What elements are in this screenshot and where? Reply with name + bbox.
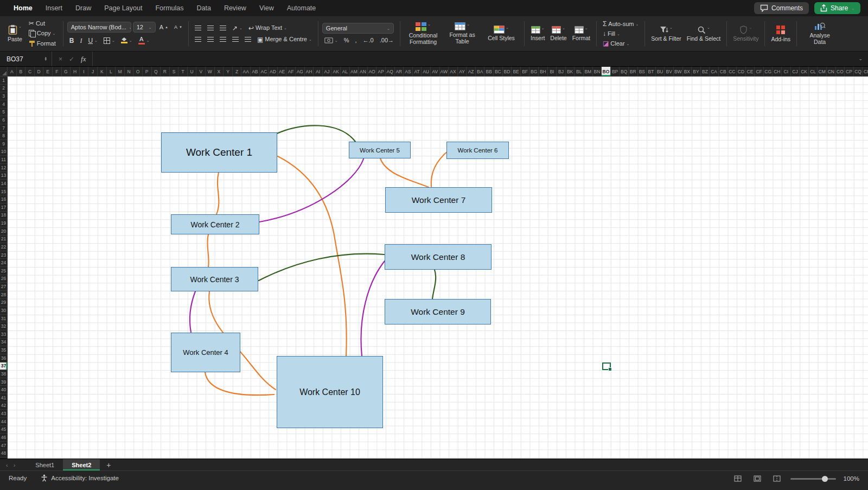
row-header-36[interactable]: 36	[0, 354, 7, 362]
column-header-AR[interactable]: AR	[395, 67, 404, 76]
row-header-28[interactable]: 28	[0, 291, 7, 299]
sort-filter-button[interactable]: ⌄ Sort & Filter	[649, 26, 683, 42]
row-header-2[interactable]: 2	[0, 85, 7, 93]
shape-work-center-10[interactable]: Work Center 10	[277, 356, 383, 428]
format-as-table-button[interactable]: ⌄ Format as Table	[443, 22, 481, 45]
column-header-B[interactable]: B	[17, 67, 26, 76]
column-header-K[interactable]: K	[98, 67, 107, 76]
page-layout-view-button[interactable]	[751, 474, 763, 483]
column-header-BH[interactable]: BH	[539, 67, 548, 76]
enter-icon[interactable]: ✓	[69, 55, 74, 63]
zoom-slider-thumb[interactable]	[822, 476, 828, 482]
column-header-CH[interactable]: CH	[773, 67, 782, 76]
row-header-34[interactable]: 34	[0, 339, 7, 347]
cut-button[interactable]: ✂ Cut	[27, 19, 58, 28]
column-header-BD[interactable]: BD	[503, 67, 512, 76]
shape-work-center-7[interactable]: Work Center 7	[385, 187, 492, 213]
cell-styles-button[interactable]: ⌄ Cell Styles	[482, 26, 520, 42]
column-header-BT[interactable]: BT	[647, 67, 656, 76]
column-header-BN[interactable]: BN	[593, 67, 602, 76]
row-header-39[interactable]: 39	[0, 378, 7, 386]
sheet-tab-sheet2[interactable]: Sheet2	[63, 459, 100, 470]
column-header-AV[interactable]: AV	[431, 67, 440, 76]
menu-tab-home[interactable]: Home	[8, 2, 39, 14]
column-header-CJ[interactable]: CJ	[791, 67, 800, 76]
column-header-U[interactable]: U	[188, 67, 197, 76]
column-header-CD[interactable]: CD	[737, 67, 746, 76]
column-header-CM[interactable]: CM	[818, 67, 827, 76]
column-header-L[interactable]: L	[107, 67, 116, 76]
column-header-AS[interactable]: AS	[404, 67, 413, 76]
column-header-BG[interactable]: BG	[529, 67, 539, 76]
column-header-CF[interactable]: CF	[755, 67, 764, 76]
row-header-17[interactable]: 17	[0, 203, 7, 212]
column-header-CP[interactable]: CP	[845, 67, 854, 76]
row-header-47[interactable]: 47	[0, 442, 7, 450]
row-header-9[interactable]: 9	[0, 140, 7, 148]
row-header-15[interactable]: 15	[0, 188, 7, 196]
row-header-8[interactable]: 8	[0, 132, 7, 140]
sheet-nav-right-icon[interactable]: ›	[12, 462, 17, 468]
find-select-button[interactable]: ⌄ Find & Select	[685, 26, 723, 42]
borders-button[interactable]: ⌄	[101, 36, 117, 45]
menu-tab-view[interactable]: View	[253, 2, 280, 14]
italic-button[interactable]: I	[78, 36, 84, 45]
row-header-46[interactable]: 46	[0, 434, 7, 442]
row-header-30[interactable]: 30	[0, 307, 7, 315]
column-header-G[interactable]: G	[62, 67, 71, 76]
shape-work-center-6[interactable]: Work Center 6	[446, 142, 509, 159]
row-header-7[interactable]: 7	[0, 124, 7, 132]
row-header-16[interactable]: 16	[0, 195, 7, 203]
align-middle-button[interactable]	[205, 24, 216, 31]
row-header-43[interactable]: 43	[0, 410, 7, 418]
column-header-AF[interactable]: AF	[286, 67, 296, 76]
select-all-corner[interactable]	[0, 67, 8, 76]
column-header-AX[interactable]: AX	[449, 67, 458, 76]
column-header-D[interactable]: D	[35, 67, 44, 76]
column-header-CG[interactable]: CG	[764, 67, 773, 76]
column-header-C[interactable]: C	[25, 67, 35, 76]
formula-bar-expand-icon[interactable]: ⌄	[853, 56, 868, 61]
column-header-CQ[interactable]: CQ	[854, 67, 863, 76]
align-left-button[interactable]	[193, 36, 203, 43]
column-header-M[interactable]: M	[116, 67, 125, 76]
row-header-19[interactable]: 19	[0, 219, 7, 227]
row-header-10[interactable]: 10	[0, 148, 7, 156]
row-header-29[interactable]: 29	[0, 299, 7, 307]
cancel-icon[interactable]: ×	[59, 55, 62, 63]
insert-cells-button[interactable]: ⌄ Insert	[528, 26, 547, 42]
row-header-42[interactable]: 42	[0, 402, 7, 410]
formula-input[interactable]	[93, 52, 853, 66]
sheet-tab-sheet1[interactable]: Sheet1	[27, 459, 63, 470]
row-header-4[interactable]: 4	[0, 100, 7, 109]
row-header-45[interactable]: 45	[0, 426, 7, 434]
row-header-5[interactable]: 5	[0, 109, 7, 117]
column-header-N[interactable]: N	[125, 67, 134, 76]
menu-tab-review[interactable]: Review	[218, 2, 252, 14]
column-header-Z[interactable]: Z	[233, 67, 242, 76]
menu-tab-automate[interactable]: Automate	[281, 2, 322, 14]
column-header-F[interactable]: F	[53, 67, 62, 76]
column-header-AI[interactable]: AI	[314, 67, 323, 76]
column-header-AB[interactable]: AB	[251, 67, 260, 76]
row-header-32[interactable]: 32	[0, 322, 7, 330]
shape-work-center-3[interactable]: Work Center 3	[171, 267, 258, 291]
percent-style-button[interactable]: %	[342, 36, 352, 44]
sensitivity-button[interactable]: ⌄ Sensitivity	[731, 26, 761, 42]
paste-button[interactable]: ⌄ Paste	[5, 24, 24, 43]
column-header-J[interactable]: J	[88, 67, 98, 76]
column-header-BS[interactable]: BS	[638, 67, 647, 76]
share-button[interactable]: Share ⌄	[814, 2, 860, 14]
row-header-21[interactable]: 21	[0, 236, 7, 244]
sheet-nav-left-icon[interactable]: ‹	[4, 462, 10, 468]
column-header-CR[interactable]: CR	[863, 67, 868, 76]
row-header-22[interactable]: 22	[0, 243, 7, 251]
column-header-AO[interactable]: AO	[368, 67, 377, 76]
page-break-view-button[interactable]	[771, 474, 783, 483]
fill-button[interactable]: ↓ Fill ⌄	[601, 29, 641, 38]
column-header-AU[interactable]: AU	[422, 67, 431, 76]
orientation-button[interactable]: ↗ ⌄	[230, 24, 245, 33]
autosum-button[interactable]: Σ Auto-sum ⌄	[601, 20, 641, 28]
number-format-select[interactable]: General ⌄	[322, 23, 394, 34]
currency-format-button[interactable]: ⌄	[322, 36, 340, 44]
